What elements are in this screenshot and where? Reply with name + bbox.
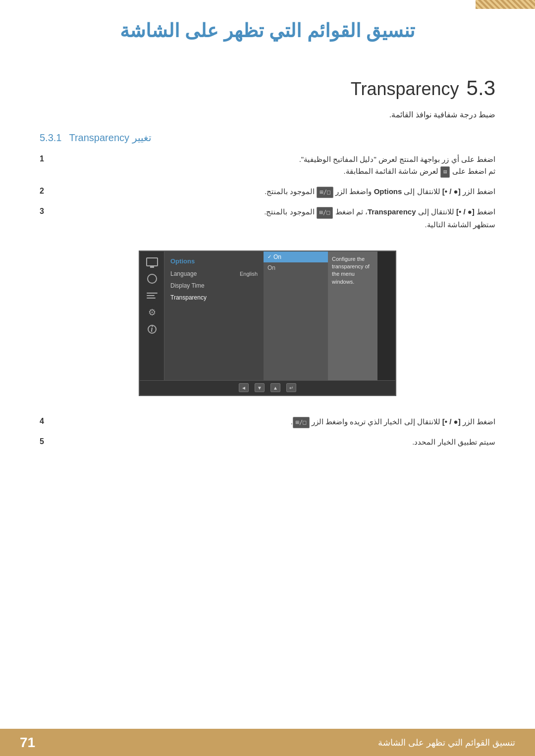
footer-page-number: 71 (20, 735, 35, 751)
monitor-icon (146, 257, 158, 266)
page-title: تنسيق القوائم التي تظهر على الشاشة (40, 20, 495, 42)
step-5: 5 سيتم تطبيق الخيار المحدد. (40, 436, 495, 448)
lines-icon (147, 292, 158, 300)
step-3-number: 3 (40, 206, 50, 216)
section-heading: 5.3 Transparency (40, 76, 495, 100)
nav-btn-up[interactable]: ▲ (270, 383, 280, 392)
menu-item-language-label: Language (170, 270, 197, 277)
step-5-number: 5 (40, 436, 50, 446)
step-4-text: اضغط الزر [● / •] للانتقال إلى الخيار ال… (54, 416, 495, 428)
gear-icon-item: ⚙ (145, 307, 160, 318)
page-header: تنسيق القوائم التي تظهر على الشاشة (0, 0, 535, 51)
info-icon: i (148, 325, 157, 334)
steps-container: 1 اضغط على أي زر بواجهة المنتج لعرض "دلي… (40, 153, 495, 231)
step-1-text: اضغط على أي زر بواجهة المنتج لعرض "دليل … (54, 153, 495, 178)
step-3-text: اضغط [● / •] للانتقال إلى Transparency، … (54, 206, 495, 230)
menu-item-transparency-label: Transparency (170, 294, 207, 301)
menu-item-transparency: Transparency (164, 292, 264, 303)
menu-item-display-time: Display Time (164, 280, 264, 292)
step-2: 2 اضغط الزر [● / •] للانتقال إلى Options… (40, 186, 495, 198)
step-3: 3 اضغط [● / •] للانتقال إلى Transparency… (40, 206, 495, 230)
menu-item-display-time-label: Display Time (170, 282, 205, 289)
section-number: 5.3 (467, 76, 495, 100)
step-5-text: سيتم تطبيق الخيار المحدد. (54, 436, 495, 448)
section-description: ضبط درجة شفافية نوافذ القائمة. (40, 110, 495, 119)
icon-sidebar: ⚙ i (140, 252, 164, 380)
step-2-text: اضغط الزر [● / •] للانتقال إلى Options و… (54, 186, 495, 198)
key-icon-2: ⊞/□ (317, 187, 333, 198)
top-stripe-decoration (476, 0, 535, 9)
monitor-icon-item (145, 256, 160, 267)
steps-container-2: 4 اضغط الزر [● / •] للانتقال إلى الخيار … (40, 416, 495, 448)
info-icon-item: i (145, 324, 160, 335)
nav-btn-down[interactable]: ▼ (255, 383, 265, 392)
main-content: 5.3 Transparency ضبط درجة شفافية نوافذ ا… (0, 51, 535, 507)
step-2-number: 2 (40, 186, 50, 196)
step-4-number: 4 (40, 416, 50, 426)
menu-item-language: Language English (164, 268, 264, 280)
gear-icon: ⚙ (148, 307, 156, 318)
option-on: On (264, 262, 328, 273)
step-1: 1 اضغط على أي زر بواجهة المنتج لعرض "دلي… (40, 153, 495, 178)
step-4: 4 اضغط الزر [● / •] للانتقال إلى الخيار … (40, 416, 495, 428)
nav-btn-left[interactable]: ◄ (239, 383, 249, 392)
ui-demo-inner: ⚙ i Options Language English Display Tim… (140, 252, 395, 380)
tooltip-box: Configure the transparency of the menu w… (328, 252, 377, 380)
sub-section-title: تغيير Transparency (69, 132, 151, 144)
menu-panel: Options Language English Display Time Tr… (164, 252, 264, 380)
tooltip-text: Configure the transparency of the menu w… (332, 256, 370, 285)
option-on-selected: ✓ On (264, 252, 328, 262)
option-on-label: On (273, 253, 281, 260)
demo-nav-bar: ◄ ▼ ▲ ↵ (140, 380, 395, 395)
key-icon-4: ⊞/□ (293, 417, 310, 428)
checkmark-icon: ✓ (268, 254, 271, 259)
nav-btn-enter[interactable]: ↵ (286, 383, 296, 392)
step-1-number: 1 (40, 153, 50, 163)
footer: تنسيق القوائم التي تظهر على الشاشة 71 (0, 729, 535, 756)
demo-wrapper: ⚙ i Options Language English Display Tim… (40, 241, 495, 406)
footer-title: تنسيق القوائم التي تظهر على الشاشة (378, 737, 515, 748)
sub-section-number: 5.3.1 (40, 132, 61, 144)
key-icon-1: ⊞ (440, 166, 450, 178)
menu-item-language-value: English (240, 271, 258, 277)
options-submenu: ✓ On On (264, 252, 328, 380)
section-title: Transparency (351, 79, 459, 100)
sub-section-heading: تغيير Transparency 5.3.1 (40, 132, 495, 144)
ui-demo: ⚙ i Options Language English Display Tim… (139, 251, 396, 396)
key-icon-3: ⊞/□ (317, 207, 333, 218)
lines-icon-item (145, 290, 160, 301)
circle-arrows-icon (147, 274, 157, 284)
option-on-label-2: On (268, 264, 275, 271)
arrows-icon-item (145, 273, 160, 284)
menu-header: Options (164, 255, 264, 268)
